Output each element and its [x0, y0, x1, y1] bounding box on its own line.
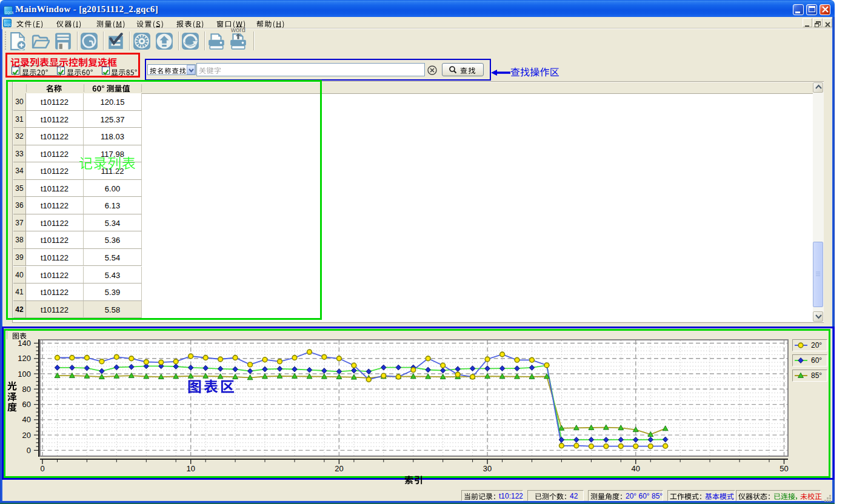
- svg-text:30: 30: [483, 464, 492, 473]
- svg-text:80: 80: [22, 385, 31, 394]
- svg-text:60: 60: [22, 400, 31, 409]
- svg-text:40: 40: [632, 464, 640, 473]
- svg-text:40: 40: [22, 415, 31, 424]
- svg-text:0: 0: [27, 446, 31, 455]
- svg-text:20: 20: [22, 431, 31, 440]
- svg-text:10: 10: [186, 464, 195, 473]
- svg-text:100: 100: [18, 370, 31, 379]
- svg-text:20: 20: [335, 464, 343, 473]
- svg-text:120: 120: [18, 354, 31, 363]
- svg-text:0: 0: [40, 464, 44, 473]
- svg-text:140: 140: [18, 339, 31, 348]
- svg-text:50: 50: [780, 464, 788, 473]
